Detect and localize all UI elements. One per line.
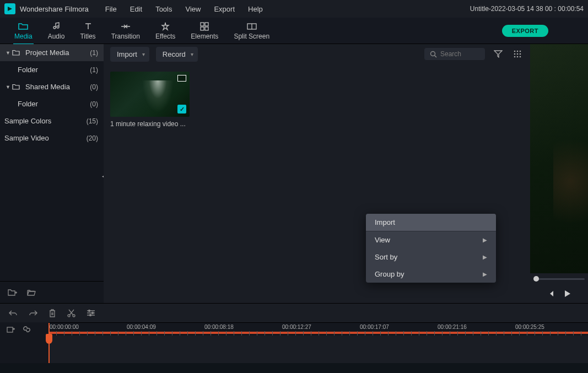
menu-tools[interactable]: Tools bbox=[150, 4, 177, 14]
app-logo-icon bbox=[4, 3, 15, 14]
media-item[interactable]: ✓ 1 minute relaxing video ... bbox=[110, 72, 190, 128]
redo-button[interactable] bbox=[29, 309, 37, 317]
svg-point-13 bbox=[517, 56, 519, 58]
svg-rect-0 bbox=[201, 23, 204, 26]
tab-effects[interactable]: Effects bbox=[148, 19, 183, 42]
undo-button[interactable] bbox=[9, 309, 18, 317]
tab-transition[interactable]: Transition bbox=[104, 19, 148, 42]
tab-audio[interactable]: Audio bbox=[40, 19, 73, 42]
grid-view-icon[interactable] bbox=[511, 48, 524, 60]
svg-rect-1 bbox=[205, 23, 208, 26]
prev-frame-button[interactable] bbox=[548, 290, 554, 297]
titlebar: Wondershare Filmora File Edit Tools View… bbox=[0, 0, 588, 18]
import-dropdown[interactable]: Import bbox=[110, 47, 149, 62]
svg-point-15 bbox=[68, 315, 70, 317]
caret-down-icon: ▼ bbox=[6, 50, 12, 56]
preview-controls bbox=[530, 284, 588, 303]
cut-button[interactable] bbox=[67, 309, 75, 317]
search-input[interactable] bbox=[440, 50, 479, 58]
text-icon bbox=[84, 21, 92, 31]
media-panel: Import Record ✓ 1 minute relaxing video … bbox=[104, 44, 530, 303]
svg-point-19 bbox=[90, 315, 91, 316]
add-track-button[interactable] bbox=[7, 326, 15, 333]
sidebar-bottom-tools bbox=[0, 281, 104, 303]
menu-edit[interactable]: Edit bbox=[125, 4, 148, 14]
svg-point-11 bbox=[520, 53, 521, 55]
svg-point-16 bbox=[73, 315, 75, 317]
record-dropdown[interactable]: Record bbox=[156, 47, 198, 62]
sidebar-item-sample-colors[interactable]: Sample Colors (15) bbox=[0, 112, 104, 129]
tab-elements[interactable]: Elements bbox=[183, 19, 226, 42]
svg-point-9 bbox=[514, 53, 516, 55]
sidebar-item-shared-media[interactable]: ▼ Shared Media (0) bbox=[0, 78, 104, 95]
sidebar-item-folder-1[interactable]: Folder (1) bbox=[0, 61, 104, 78]
context-menu-group-by[interactable]: Group by ▶ bbox=[366, 266, 496, 283]
preview-seek-slider[interactable] bbox=[530, 273, 588, 284]
tab-media[interactable]: Media bbox=[7, 19, 40, 42]
preview-video[interactable] bbox=[530, 44, 588, 273]
svg-rect-3 bbox=[205, 27, 208, 30]
media-thumbnail[interactable]: ✓ bbox=[110, 72, 190, 117]
sidebar-item-project-media[interactable]: ▼ Project Media (1) bbox=[0, 44, 104, 61]
svg-point-10 bbox=[517, 53, 519, 55]
svg-rect-20 bbox=[7, 327, 13, 332]
menu-export[interactable]: Export bbox=[208, 4, 240, 14]
link-button[interactable] bbox=[23, 325, 31, 333]
document-title: Untitle-2022-03-05 14 38 00 : 00:00:54 bbox=[470, 5, 584, 13]
svg-point-7 bbox=[517, 51, 519, 52]
folder-icon bbox=[18, 21, 28, 31]
folder-icon bbox=[12, 50, 22, 56]
sidebar: ▼ Project Media (1) Folder (1) ▼ Shared … bbox=[0, 44, 104, 303]
timeline-ruler[interactable]: 00:00:00:00 00:00:04:09 00:00:08:18 00:0… bbox=[48, 322, 588, 336]
effects-icon bbox=[161, 21, 170, 31]
filter-icon[interactable] bbox=[492, 48, 505, 60]
timeline-tracks[interactable] bbox=[0, 336, 588, 363]
checkmark-icon: ✓ bbox=[177, 105, 186, 113]
menu-file[interactable]: File bbox=[100, 4, 122, 14]
video-badge-icon bbox=[177, 75, 186, 82]
adjust-button[interactable] bbox=[87, 310, 95, 316]
slider-thumb[interactable] bbox=[533, 276, 539, 282]
app-title: Wondershare Filmora bbox=[20, 5, 89, 13]
menu-help[interactable]: Help bbox=[242, 4, 268, 14]
media-grid[interactable]: ✓ 1 minute relaxing video ... Import Vie… bbox=[104, 64, 530, 303]
svg-point-5 bbox=[431, 51, 435, 56]
menubar: File Edit Tools View Export Help bbox=[100, 4, 268, 14]
export-button[interactable]: EXPORT bbox=[502, 25, 548, 37]
play-button[interactable] bbox=[564, 290, 571, 298]
sidebar-item-folder-2[interactable]: Folder (0) bbox=[0, 95, 104, 112]
playhead[interactable] bbox=[48, 323, 50, 363]
search-icon bbox=[430, 51, 437, 58]
svg-point-6 bbox=[514, 51, 516, 52]
ruler-selection bbox=[48, 332, 588, 334]
transition-icon bbox=[121, 21, 131, 31]
svg-point-18 bbox=[92, 312, 94, 314]
svg-rect-2 bbox=[201, 27, 204, 30]
chevron-right-icon: ▶ bbox=[483, 271, 487, 277]
svg-point-14 bbox=[520, 56, 521, 58]
timeline-area: 00:00:00:00 00:00:04:09 00:00:08:18 00:0… bbox=[0, 303, 588, 363]
timeline-side-tools bbox=[0, 322, 48, 336]
context-menu: Import View ▶ Sort by ▶ Group by ▶ bbox=[366, 214, 496, 283]
ruler-mark: 00:00:08:18 bbox=[204, 324, 234, 330]
tab-titles[interactable]: Titles bbox=[72, 19, 103, 42]
svg-point-17 bbox=[89, 310, 90, 312]
ruler-mark: 00:00:00:00 bbox=[50, 324, 79, 330]
sidebar-item-sample-video[interactable]: Sample Video (20) bbox=[0, 129, 104, 147]
delete-button[interactable] bbox=[48, 309, 56, 317]
tab-split-screen[interactable]: Split Screen bbox=[226, 19, 277, 42]
context-menu-sort-by[interactable]: Sort by ▶ bbox=[366, 248, 496, 266]
open-folder-icon[interactable] bbox=[27, 289, 36, 296]
folder-icon bbox=[12, 84, 22, 90]
menu-view[interactable]: View bbox=[180, 4, 206, 14]
main-toolbar: Media Audio Titles Transition Effects El… bbox=[0, 18, 588, 44]
search-box[interactable] bbox=[424, 48, 485, 60]
svg-point-8 bbox=[520, 51, 521, 52]
context-menu-view[interactable]: View ▶ bbox=[366, 231, 496, 248]
caret-down-icon: ▼ bbox=[6, 84, 12, 90]
chevron-right-icon: ▶ bbox=[483, 237, 487, 243]
new-folder-icon[interactable] bbox=[8, 289, 17, 296]
split-screen-icon bbox=[247, 21, 257, 31]
music-icon bbox=[52, 21, 61, 31]
context-menu-import[interactable]: Import bbox=[366, 214, 496, 231]
